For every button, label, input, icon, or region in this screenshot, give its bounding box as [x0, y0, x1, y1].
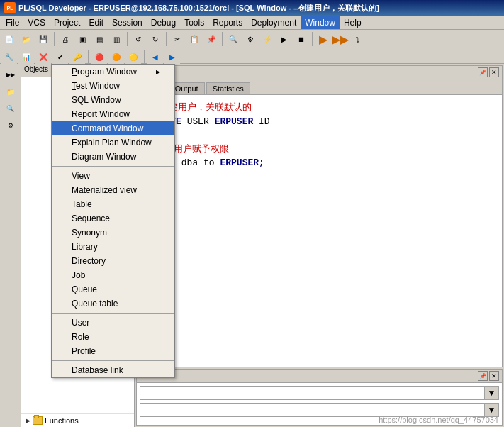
separator-3: [52, 360, 174, 361]
menu-queue[interactable]: Queue: [52, 282, 174, 296]
redo-btn[interactable]: ↻: [147, 31, 163, 47]
expand-arrow-icon: ▶: [26, 417, 30, 424]
menu-synonym[interactable]: Synonym: [52, 226, 174, 240]
functions-label: Functions: [45, 416, 79, 425]
btn3[interactable]: 💾: [35, 31, 51, 47]
sql-line-2: CREATE USER ERPUSER ID: [148, 115, 496, 129]
toolbar-area: 📄 📂 💾 🖨 ▣ ▤ ▥ ↺ ↻ ✂ 📋 📌 🔍 ⚙ ⚡ ▶ ⏹ ▶ ▶▶ ⤵…: [0, 30, 504, 64]
sql-window-header: 📌 ✕: [137, 66, 502, 79]
menu-view[interactable]: View: [52, 169, 174, 183]
btn7[interactable]: ▥: [108, 31, 124, 47]
dropdown-arrow-1[interactable]: ▼: [484, 387, 498, 399]
menu-help[interactable]: Help: [340, 16, 366, 29]
menu-job[interactable]: Job: [52, 268, 174, 282]
menu-command-window[interactable]: Command Window: [52, 121, 174, 135]
menu-library[interactable]: Library: [52, 240, 174, 254]
bottom-input-2[interactable]: [140, 406, 484, 414]
functions-tree-item[interactable]: ▶ Functions: [21, 414, 134, 427]
bottom-close-btn[interactable]: ✕: [489, 371, 499, 381]
find-btn[interactable]: 🔍: [225, 31, 241, 47]
tb2-1[interactable]: 🔧: [1, 49, 17, 65]
vtb-4[interactable]: ⚙: [3, 118, 18, 133]
menu-user[interactable]: User: [52, 316, 174, 330]
menu-directory[interactable]: Directory: [52, 254, 174, 268]
sql-line-1: --创建用户，关联默认的: [148, 101, 496, 115]
menu-file[interactable]: File: [1, 16, 23, 29]
sql-tab-bar: SQL Output Statistics: [137, 79, 502, 95]
dropdown-arrow-2[interactable]: ▼: [484, 404, 498, 416]
sql-editor[interactable]: --创建用户，关联默认的 CREATE USER ERPUSER ID -- 给…: [137, 95, 502, 367]
btn5[interactable]: ▣: [74, 31, 90, 47]
btn6[interactable]: ▤: [91, 31, 107, 47]
btn15[interactable]: ▶: [276, 31, 292, 47]
tb2-7[interactable]: 🟠: [108, 49, 124, 65]
title-bar-text: PL/SQL Developer - ERPUSER@192.168.75.10…: [18, 3, 379, 13]
menu-role[interactable]: Role: [52, 330, 174, 344]
menu-report-window[interactable]: Report Window: [52, 107, 174, 121]
menu-session[interactable]: Session: [108, 16, 147, 29]
menu-explain-plan-window[interactable]: Explain Plan Window: [52, 135, 174, 150]
tb2-8[interactable]: 🟡: [125, 49, 141, 65]
sql-close-btn[interactable]: ✕: [489, 67, 499, 77]
separator-2: [52, 313, 174, 314]
menu-table[interactable]: Table: [52, 197, 174, 211]
vtb-2[interactable]: 📁: [3, 84, 18, 99]
tree-header-text: Objects: [24, 65, 48, 75]
menu-sequence[interactable]: Sequence: [52, 211, 174, 226]
tb2-3[interactable]: ❌: [35, 49, 51, 65]
sep3: [166, 32, 167, 46]
tb2-6[interactable]: 🔴: [91, 49, 107, 65]
copy-btn[interactable]: 📋: [186, 31, 202, 47]
object-browser: Objects 📌 ✕ Program Window Test Window S…: [21, 64, 135, 427]
sql-pin-btn[interactable]: 📌: [478, 67, 488, 77]
menu-reports[interactable]: Reports: [208, 16, 247, 29]
paste-btn[interactable]: 📌: [203, 31, 219, 47]
menu-window[interactable]: Window: [301, 16, 340, 29]
window-dropdown-menu: Program Window Test Window SQL Window Re…: [51, 64, 175, 378]
menu-tools[interactable]: Tools: [180, 16, 208, 29]
menu-program-window[interactable]: Program Window: [52, 65, 174, 79]
menu-deployment[interactable]: Deployment: [247, 16, 301, 29]
sql-win-controls: 📌 ✕: [478, 67, 499, 77]
tb2-10[interactable]: ▶: [164, 49, 180, 65]
menu-debug[interactable]: Debug: [147, 16, 180, 29]
vtb-3[interactable]: 🔍: [3, 101, 18, 116]
run-btn[interactable]: ▶: [315, 31, 331, 47]
btn14[interactable]: ⚡: [259, 31, 275, 47]
menu-sql-window[interactable]: SQL Window: [52, 93, 174, 107]
sep6: [88, 50, 89, 64]
tb2-2[interactable]: 📊: [18, 49, 34, 65]
menu-diagram-window[interactable]: Diagram Window: [52, 150, 174, 164]
print-btn[interactable]: 🖨: [57, 31, 73, 47]
tab-statistics[interactable]: Statistics: [206, 82, 250, 94]
sep5: [312, 32, 313, 46]
tb2-5[interactable]: 🔑: [69, 49, 85, 65]
step-btn[interactable]: ⤵: [349, 31, 365, 47]
vtb-1[interactable]: ▶▶: [3, 67, 18, 82]
run2-btn[interactable]: ▶▶: [332, 31, 348, 47]
sql-line-4: -- 给用户赋予权限: [148, 143, 496, 157]
bottom-pin-btn[interactable]: 📌: [478, 371, 488, 381]
menu-queue-table[interactable]: Queue table: [52, 296, 174, 311]
menu-vcs[interactable]: VCS: [23, 16, 50, 29]
menu-edit[interactable]: Edit: [84, 16, 108, 29]
bottom-input-1[interactable]: [140, 389, 484, 397]
menu-project[interactable]: Project: [50, 16, 84, 29]
sql-line-5: grant dba to ERPUSER;: [148, 156, 496, 170]
menu-bar: File VCS Project Edit Session Debug Tool…: [0, 16, 504, 30]
sep7: [144, 50, 145, 64]
menu-test-window[interactable]: Test Window: [52, 79, 174, 93]
tb2-4[interactable]: ✔: [52, 49, 68, 65]
menu-profile[interactable]: Profile: [52, 344, 174, 358]
menu-materialized-view[interactable]: Materialized view: [52, 183, 174, 197]
undo-btn[interactable]: ↺: [130, 31, 146, 47]
new-btn[interactable]: 📄: [1, 31, 17, 47]
separator-1: [52, 166, 174, 167]
menu-database-link[interactable]: Database link: [52, 363, 174, 377]
cut-btn[interactable]: ✂: [169, 31, 185, 47]
erpuser2-identifier: ERPUSER;: [220, 157, 264, 168]
btn13[interactable]: ⚙: [242, 31, 258, 47]
open-btn[interactable]: 📂: [18, 31, 34, 47]
btn16[interactable]: ⏹: [293, 31, 309, 47]
tb2-9[interactable]: ◀: [147, 49, 163, 65]
